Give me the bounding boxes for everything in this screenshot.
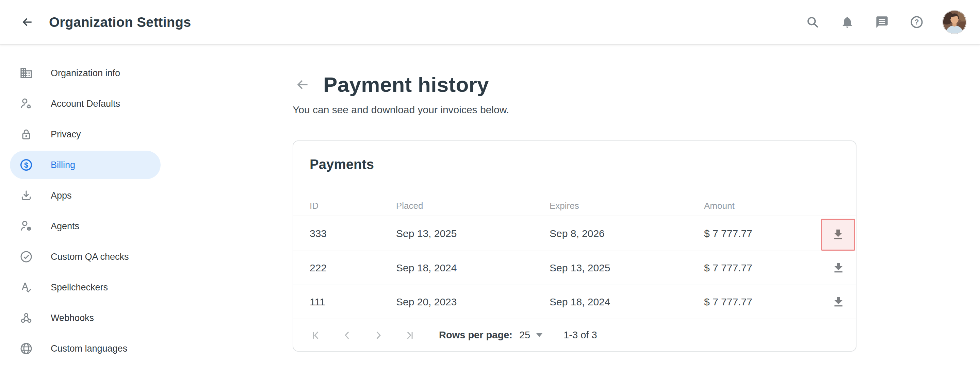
dollar-circle-icon: $ bbox=[19, 158, 33, 172]
notifications-icon bbox=[840, 15, 854, 29]
spellcheck-icon bbox=[19, 280, 33, 294]
sidebar-item-apps[interactable]: Apps bbox=[10, 181, 161, 210]
cell-placed: Sep 13, 2025 bbox=[396, 228, 550, 239]
table-row: 222 Sep 18, 2024 Sep 13, 2025 $ 7 777.77 bbox=[293, 251, 856, 285]
sidebar-item-label: Apps bbox=[51, 190, 72, 201]
chat-icon bbox=[875, 15, 889, 29]
building-icon bbox=[19, 66, 33, 80]
back-button[interactable] bbox=[18, 13, 37, 32]
first-page-button[interactable] bbox=[308, 328, 323, 343]
payment-history-back-button[interactable] bbox=[295, 77, 310, 92]
payments-card-title: Payments bbox=[293, 141, 856, 172]
payment-history-title: Payment history bbox=[323, 73, 489, 97]
previous-page-button[interactable] bbox=[340, 328, 355, 343]
dropdown-arrow-icon bbox=[536, 333, 542, 337]
webhook-icon bbox=[19, 311, 33, 325]
sidebar-item-label: Organization info bbox=[51, 68, 120, 79]
sidebar-item-account-defaults[interactable]: Account Defaults bbox=[10, 89, 161, 118]
sidebar-item-label: Privacy bbox=[51, 129, 81, 140]
lock-icon bbox=[19, 128, 33, 141]
check-circle-icon bbox=[19, 250, 33, 263]
download-icon bbox=[832, 261, 845, 275]
sidebar-item-privacy[interactable]: Privacy bbox=[10, 120, 161, 149]
search-icon bbox=[806, 15, 819, 29]
sidebar-item-custom-qa-checks[interactable]: Custom QA checks bbox=[10, 242, 161, 271]
rows-per-page-select[interactable]: 25 bbox=[512, 329, 542, 341]
account-gear-icon bbox=[19, 97, 33, 111]
sidebar-item-custom-languages[interactable]: Custom languages bbox=[10, 334, 161, 363]
cell-id: 111 bbox=[310, 296, 396, 308]
back-arrow-icon bbox=[21, 16, 34, 29]
next-page-icon bbox=[372, 329, 384, 341]
sidebar-item-label: Agents bbox=[51, 221, 79, 231]
svg-text:?: ? bbox=[914, 18, 919, 26]
help-icon: ? bbox=[910, 15, 924, 29]
previous-page-icon bbox=[341, 329, 353, 341]
last-page-button[interactable] bbox=[402, 328, 417, 343]
last-page-icon bbox=[404, 329, 415, 341]
settings-sidebar: Organization info Account Defaults Priva… bbox=[0, 44, 170, 365]
chat-button[interactable] bbox=[873, 13, 891, 31]
first-page-icon bbox=[310, 329, 321, 341]
download-invoice-button[interactable] bbox=[821, 285, 856, 318]
cell-expires: Sep 8, 2026 bbox=[550, 228, 704, 239]
next-page-button[interactable] bbox=[371, 328, 386, 343]
rows-per-page-label: Rows per page: bbox=[439, 329, 512, 341]
sidebar-item-organization-info[interactable]: Organization info bbox=[10, 59, 161, 87]
cell-id: 333 bbox=[310, 228, 396, 239]
sidebar-item-label: Spellcheckers bbox=[51, 282, 108, 293]
payments-table-header: ID Placed Expires Amount bbox=[293, 196, 856, 216]
download-invoice-button[interactable] bbox=[821, 251, 856, 285]
cell-expires: Sep 18, 2024 bbox=[550, 296, 704, 308]
sidebar-item-label: Custom languages bbox=[51, 344, 127, 354]
sidebar-item-label: Custom QA checks bbox=[51, 252, 129, 262]
cell-amount: $ 7 777.77 bbox=[704, 262, 821, 274]
cell-placed: Sep 18, 2024 bbox=[396, 262, 550, 274]
column-header-placed: Placed bbox=[396, 201, 550, 211]
notifications-button[interactable] bbox=[838, 13, 856, 31]
search-button[interactable] bbox=[804, 13, 821, 31]
table-pagination: Rows per page: 25 1-3 of 3 bbox=[293, 319, 856, 351]
payment-history-content: Payment history You can see and download… bbox=[293, 44, 864, 352]
help-button[interactable]: ? bbox=[908, 13, 926, 31]
sidebar-item-label: Webhooks bbox=[51, 313, 94, 323]
topbar-actions: ? bbox=[804, 10, 966, 34]
column-header-id: ID bbox=[310, 201, 396, 211]
payment-history-subtitle: You can see and download your invoices b… bbox=[293, 104, 864, 116]
table-row: 111 Sep 20, 2023 Sep 18, 2024 $ 7 777.77 bbox=[293, 285, 856, 319]
sidebar-item-label: Billing bbox=[51, 160, 75, 170]
column-header-expires: Expires bbox=[550, 201, 704, 211]
cell-id: 222 bbox=[310, 262, 396, 274]
globe-icon bbox=[19, 342, 33, 355]
download-icon bbox=[832, 295, 845, 309]
sidebar-item-label: Account Defaults bbox=[51, 99, 120, 109]
agent-cube-icon bbox=[19, 219, 33, 233]
rows-per-page-value: 25 bbox=[519, 329, 530, 341]
svg-text:$: $ bbox=[24, 161, 28, 169]
download-invoice-button[interactable] bbox=[821, 219, 855, 250]
table-row: 333 Sep 13, 2025 Sep 8, 2026 $ 7 777.77 bbox=[293, 216, 856, 251]
sidebar-item-spellcheckers[interactable]: Spellcheckers bbox=[10, 273, 161, 302]
sidebar-item-billing[interactable]: $ Billing bbox=[10, 150, 161, 179]
page-title: Organization Settings bbox=[49, 14, 191, 30]
sidebar-item-agents[interactable]: Agents bbox=[10, 212, 161, 241]
pagination-range: 1-3 of 3 bbox=[563, 329, 597, 341]
download-icon bbox=[831, 228, 845, 241]
cell-expires: Sep 13, 2025 bbox=[550, 262, 704, 274]
payments-card: Payments ID Placed Expires Amount 333 Se… bbox=[293, 141, 856, 352]
avatar-image bbox=[943, 10, 966, 34]
back-arrow-icon bbox=[295, 77, 310, 92]
column-header-amount: Amount bbox=[704, 201, 821, 211]
cell-amount: $ 7 777.77 bbox=[704, 228, 821, 239]
cell-amount: $ 7 777.77 bbox=[704, 296, 821, 308]
download-tray-icon bbox=[19, 189, 33, 202]
top-app-bar: Organization Settings ? bbox=[0, 0, 980, 44]
sidebar-item-webhooks[interactable]: Webhooks bbox=[10, 304, 161, 332]
cell-placed: Sep 20, 2023 bbox=[396, 296, 550, 308]
user-avatar[interactable] bbox=[943, 10, 966, 34]
